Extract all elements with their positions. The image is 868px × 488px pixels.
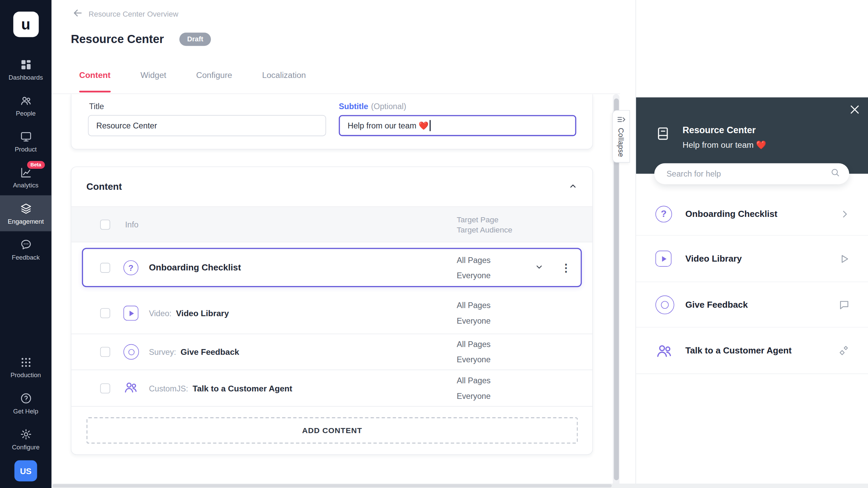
close-icon[interactable]	[849, 103, 861, 118]
table-row[interactable]: CustomJS: Talk to a Customer Agent All P…	[72, 370, 592, 407]
preview-item-video-library[interactable]: Video Library	[636, 236, 868, 282]
preview-search[interactable]	[654, 163, 849, 184]
chevron-down-icon[interactable]	[535, 262, 544, 273]
preview-item-onboarding-checklist[interactable]: ? Onboarding Checklist	[636, 192, 868, 236]
collapse-label: Collapse	[617, 128, 625, 157]
feedback-icon	[20, 238, 32, 250]
tab-localization[interactable]: Localization	[262, 70, 306, 92]
engagement-icon	[20, 202, 32, 215]
sidebar-item-feedback[interactable]: Feedback	[0, 231, 52, 267]
column-info: Info	[125, 220, 138, 229]
subtitle-input[interactable]: Help from our team ❤️	[339, 115, 576, 136]
sidebar-item-engagement[interactable]: Engagement	[0, 195, 52, 231]
sidebar-item-label: Configure	[12, 444, 39, 450]
row-name: Video Library	[176, 308, 229, 318]
sidebar-item-label: Production	[11, 371, 41, 378]
sidebar-footer-nav: Production Get Help Configure	[0, 349, 52, 457]
table-row[interactable]: Survey: Give Feedback All Pages Everyone	[72, 334, 592, 370]
row-name: Talk to a Customer Agent	[193, 383, 292, 393]
chat-bubble-icon	[839, 299, 850, 310]
breadcrumb-label[interactable]: Resource Center Overview	[88, 10, 178, 18]
title-input[interactable]	[88, 115, 326, 136]
sidebar-item-label: Engagement	[8, 218, 44, 224]
video-icon	[123, 306, 138, 321]
title-subtitle-card: Title Subtitle(Optional) Help from our t…	[71, 94, 593, 149]
preview-item-label: Talk to a Customer Agent	[685, 346, 792, 355]
add-content-button[interactable]: ADD CONTENT	[86, 417, 578, 444]
row-targets: All Pages Everyone	[457, 373, 491, 404]
kebab-menu-icon[interactable]: ⋮	[561, 262, 571, 273]
row-type-label: CustomJS:	[149, 384, 188, 393]
horizontal-scrollbar[interactable]	[52, 484, 868, 488]
people-icon	[20, 94, 32, 106]
row-type-label: Video:	[149, 309, 172, 318]
title-row: Resource Center Draft	[71, 30, 211, 49]
preview-item-talk-to-agent[interactable]: Talk to a Customer Agent	[636, 328, 868, 374]
sidebar-item-label: Analytics	[13, 182, 38, 188]
lifebuoy-icon	[123, 344, 139, 360]
main-content: Resource Center Overview Resource Center…	[52, 0, 620, 488]
row-type-label: Survey:	[149, 348, 176, 357]
tab-configure[interactable]: Configure	[196, 70, 232, 92]
scroll-area: Title Subtitle(Optional) Help from our t…	[52, 94, 620, 488]
row-targets: All Pages Everyone	[457, 298, 491, 328]
table-row[interactable]: Video: Video Library All Pages Everyone	[72, 293, 592, 334]
row-target-audience: Everyone	[457, 313, 491, 329]
people-group-icon	[123, 380, 138, 397]
sidebar-item-label: Dashboards	[8, 74, 43, 81]
sidebar-item-production[interactable]: Production	[0, 349, 52, 385]
row-target-audience: Everyone	[457, 267, 491, 283]
row-name: Give Feedback	[181, 347, 239, 357]
tab-widget[interactable]: Widget	[140, 70, 166, 92]
sidebar-item-product[interactable]: Product	[0, 123, 52, 159]
preview-item-label: Onboarding Checklist	[685, 209, 777, 219]
preview-item-label: Give Feedback	[685, 300, 748, 309]
row-target-page: All Pages	[457, 252, 491, 268]
sidebar-item-configure[interactable]: Configure	[0, 421, 52, 457]
row-target-audience: Everyone	[457, 388, 491, 404]
sidebar-item-label: Product	[15, 146, 37, 152]
app: u Dashboards People Product	[0, 0, 868, 488]
sidebar-item-dashboards[interactable]: Dashboards	[0, 52, 52, 87]
people-group-icon	[655, 342, 677, 359]
back-arrow-icon[interactable]	[72, 7, 83, 20]
avatar[interactable]: US	[14, 460, 37, 481]
breadcrumb[interactable]: Resource Center Overview	[72, 7, 178, 20]
help-icon	[20, 392, 32, 404]
app-logo[interactable]: u	[13, 12, 38, 37]
sidebar: u Dashboards People Product	[0, 0, 52, 488]
row-checkbox[interactable]	[100, 347, 110, 357]
video-icon	[655, 251, 677, 267]
sidebar-item-get-help[interactable]: Get Help	[0, 385, 52, 421]
tab-content[interactable]: Content	[79, 70, 110, 92]
lifebuoy-icon	[655, 295, 677, 314]
sidebar-item-analytics[interactable]: Beta Analytics	[0, 159, 52, 195]
column-target-audience: Target Audience	[457, 224, 512, 234]
content-card-header: Content	[72, 167, 592, 206]
table-row[interactable]: ? Onboarding Checklist All Pages Everyon…	[72, 242, 592, 293]
column-targets: Target Page Target Audience	[457, 215, 512, 235]
row-checkbox[interactable]	[100, 263, 110, 272]
resource-center-preview: Resource Center Help from our team ❤️ ? …	[635, 0, 868, 488]
gear-icon	[20, 428, 32, 440]
row-checkbox[interactable]	[100, 308, 110, 318]
row-targets: All Pages Everyone	[457, 252, 491, 283]
preview-header: Resource Center Help from our team ❤️	[636, 97, 868, 174]
chevron-up-icon[interactable]	[569, 182, 577, 193]
preview-item-give-feedback[interactable]: Give Feedback	[636, 282, 868, 328]
horizontal-scrollbar-thumb[interactable]	[53, 484, 612, 488]
select-all-checkbox[interactable]	[100, 219, 110, 229]
collapse-panel-tab[interactable]: Collapse	[612, 110, 630, 163]
row-target-page: All Pages	[457, 298, 491, 313]
flow-diamonds-icon	[839, 345, 850, 356]
row-target-page: All Pages	[457, 373, 491, 388]
question-circle-icon: ?	[655, 206, 677, 222]
sidebar-item-people[interactable]: People	[0, 87, 52, 123]
sidebar-item-label: People	[16, 110, 36, 117]
row-targets: All Pages Everyone	[457, 337, 491, 367]
text-caret	[430, 120, 430, 131]
sidebar-nav: Dashboards People Product Beta Analytic	[0, 52, 52, 267]
search-input[interactable]	[667, 169, 830, 178]
title-field-label: Title	[89, 102, 104, 110]
row-checkbox[interactable]	[100, 383, 110, 393]
